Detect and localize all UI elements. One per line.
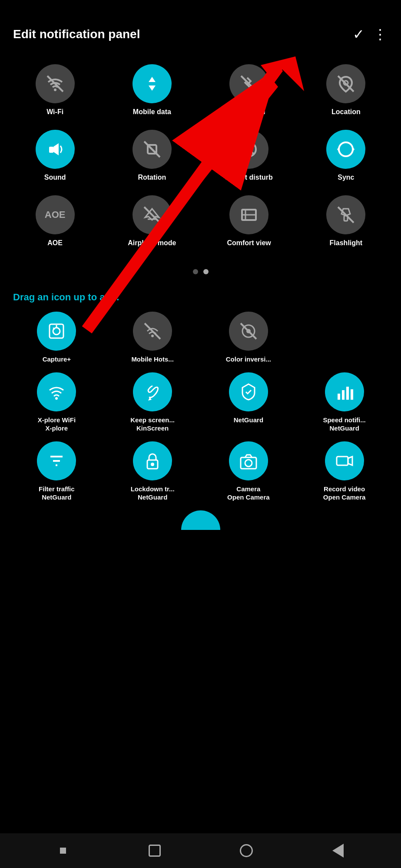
svg-rect-9 <box>49 147 53 153</box>
wifi-label: Wi-Fi <box>46 108 63 117</box>
bluetooth-icon <box>229 64 268 103</box>
capture-plus-label: Capture+ <box>43 355 71 364</box>
rotation-icon <box>133 130 172 169</box>
flashlight-label: Flashlight <box>330 239 363 248</box>
toggle-sync[interactable]: Sync <box>300 125 392 187</box>
drag-filter-traffic[interactable]: Filter trafficNetGuard <box>13 441 100 502</box>
toggle-rotation[interactable]: Rotation <box>106 125 198 187</box>
toggle-wifi[interactable]: Wi-Fi <box>9 60 101 121</box>
speed-notif-icon <box>325 372 364 411</box>
nav-recents-btn[interactable] <box>329 842 347 859</box>
svg-rect-34 <box>338 394 340 400</box>
page-title: Edit notification panel <box>13 27 140 41</box>
toggle-airplane[interactable]: Airplane mode <box>106 191 198 252</box>
kinscreen-label: Keep screen...KinScreen <box>130 416 175 433</box>
toggle-comfort-view[interactable]: Comfort view <box>203 191 295 252</box>
drag-grid: Capture+ Mobile Hots... <box>13 312 388 510</box>
nav-triangle-icon <box>332 844 344 858</box>
toggle-aoe[interactable]: AOE AOE <box>9 191 101 252</box>
pagination-dots <box>0 260 401 287</box>
page-dot-1[interactable] <box>193 269 198 274</box>
rotation-label: Rotation <box>138 173 166 182</box>
record-video-label: Record videoOpen Camera <box>323 485 366 502</box>
location-icon <box>326 64 365 103</box>
flashlight-icon <box>326 195 365 234</box>
sound-icon <box>36 130 75 169</box>
wifi-icon <box>36 64 75 103</box>
drag-empty <box>301 312 388 364</box>
location-label: Location <box>331 108 361 117</box>
comfort-view-icon <box>229 195 268 234</box>
nav-home-btn[interactable] <box>238 842 255 859</box>
airplane-label: Airplane mode <box>128 239 176 248</box>
drag-capture-plus[interactable]: Capture+ <box>13 312 100 364</box>
svg-rect-23 <box>344 216 348 221</box>
nav-circle-icon <box>240 844 253 857</box>
drag-color-inversion[interactable]: Color inversi... <box>205 312 292 364</box>
drag-xplore-wifi[interactable]: X-plore WiFiX-plore <box>13 372 100 433</box>
nav-back-btn[interactable] <box>146 842 163 859</box>
drag-lockdown[interactable]: Lockdown tr...NetGuard <box>109 441 196 502</box>
drag-mobile-hotspot[interactable]: Mobile Hots... <box>109 312 196 364</box>
comfort-view-label: Comfort view <box>227 239 271 248</box>
speed-notif-label: Speed notifi...NetGuard <box>323 416 365 433</box>
nav-small-square-btn[interactable] <box>54 842 72 859</box>
drag-record-video[interactable]: Record videoOpen Camera <box>301 441 388 502</box>
svg-point-32 <box>246 329 251 333</box>
sync-label: Sync <box>338 173 354 182</box>
record-video-icon <box>325 441 364 480</box>
mobile-data-label: Mobile data <box>133 108 171 117</box>
mobile-hotspot-label: Mobile Hots... <box>131 355 174 364</box>
toggle-mobile-data[interactable]: Mobile data <box>106 60 198 121</box>
lockdown-label: Lockdown tr...NetGuard <box>131 485 175 502</box>
drag-speed-notif[interactable]: Speed notifi...NetGuard <box>301 372 388 433</box>
nav-small-square-icon <box>60 848 66 854</box>
drag-section: Drag an icon up to add. Capture+ <box>0 287 401 582</box>
toggle-grid: Wi-Fi Mobile data Bluetooth <box>0 51 401 260</box>
dnd-icon <box>229 130 268 169</box>
color-inversion-icon <box>229 312 268 351</box>
sound-label: Sound <box>44 173 66 182</box>
header-actions: ✓ ⋮ <box>353 26 388 43</box>
drag-label: Drag an icon up to add. <box>13 292 388 303</box>
airplane-icon <box>133 195 172 234</box>
toggle-dnd[interactable]: Do not disturb <box>203 125 295 187</box>
bottom-nav <box>0 833 401 868</box>
svg-point-33 <box>55 397 58 400</box>
svg-rect-35 <box>342 390 345 400</box>
drag-kinscreen[interactable]: Keep screen...KinScreen <box>109 372 196 433</box>
toggle-sound[interactable]: Sound <box>9 125 101 187</box>
more-options-icon[interactable]: ⋮ <box>373 26 388 43</box>
svg-point-4 <box>54 89 56 91</box>
netguard-label: NetGuard <box>234 416 263 424</box>
svg-line-12 <box>148 145 156 154</box>
capture-plus-icon <box>37 312 76 351</box>
header: Edit notification panel ✓ ⋮ <box>0 0 401 51</box>
mobile-data-icon <box>133 64 172 103</box>
toggle-flashlight[interactable]: Flashlight <box>300 191 392 252</box>
lockdown-icon <box>133 441 172 480</box>
check-icon[interactable]: ✓ <box>353 26 365 43</box>
camera-label: CameraOpen Camera <box>227 485 270 502</box>
svg-rect-36 <box>346 387 349 400</box>
svg-point-44 <box>245 460 252 467</box>
drag-netguard[interactable]: NetGuard <box>205 372 292 433</box>
sync-icon <box>326 130 365 169</box>
filter-traffic-icon <box>37 441 76 480</box>
xplore-wifi-label: X-plore WiFiX-plore <box>38 416 76 433</box>
camera-icon <box>229 441 268 480</box>
drag-camera[interactable]: CameraOpen Camera <box>205 441 292 502</box>
svg-rect-37 <box>351 389 353 400</box>
color-inversion-label: Color inversi... <box>226 355 271 364</box>
dnd-label: Do not disturb <box>225 173 272 182</box>
svg-point-29 <box>151 335 154 337</box>
svg-rect-45 <box>337 457 348 465</box>
mobile-hotspot-icon <box>133 312 172 351</box>
aoe-label: AOE <box>47 239 63 248</box>
filter-traffic-label: Filter trafficNetGuard <box>39 485 75 502</box>
toggle-bluetooth[interactable]: Bluetooth <box>203 60 295 121</box>
nav-square-icon <box>149 845 161 857</box>
page-dot-2[interactable] <box>203 269 209 274</box>
toggle-location[interactable]: Location <box>300 60 392 121</box>
xplore-wifi-icon <box>37 372 76 411</box>
